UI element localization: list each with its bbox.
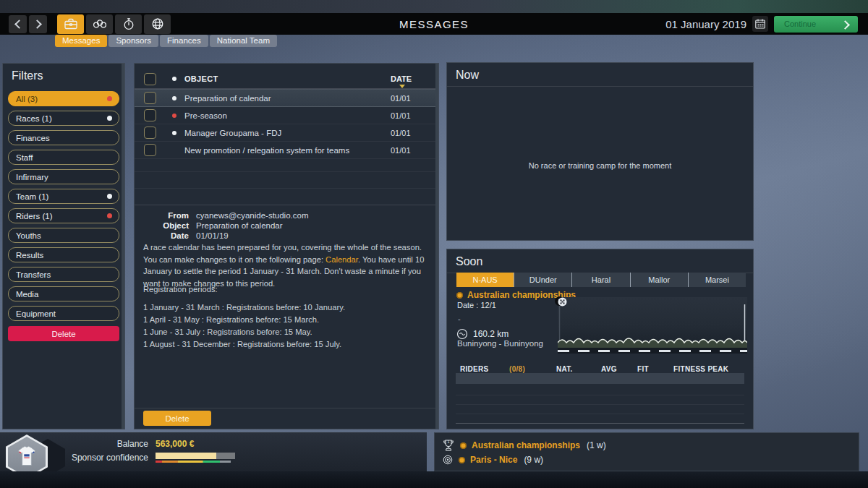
filter-button-finances[interactable]: Finances (8, 130, 119, 145)
unread-dot-icon (107, 96, 112, 101)
race-finish-marker-icon (558, 297, 567, 307)
filter-button-riders[interactable]: Riders (1) (8, 208, 119, 223)
calendar-link[interactable]: Calendar (326, 255, 358, 264)
delete-label: Delete (51, 330, 75, 338)
row-checkbox[interactable] (144, 144, 156, 156)
world-section-button[interactable] (144, 14, 171, 34)
separator (135, 171, 435, 172)
filter-button-all[interactable]: All (3) (8, 91, 119, 106)
tab-national-team[interactable]: National Team (210, 35, 277, 47)
filter-button-youths[interactable]: Youths (8, 228, 119, 243)
tab-label: Finances (167, 36, 201, 45)
filter-button-results[interactable]: Results (8, 247, 119, 262)
training-section-button[interactable] (115, 14, 142, 34)
registration-period: 1 August - 31 December : Registrations b… (143, 340, 341, 348)
separator (135, 205, 435, 205)
registration-period: 1 June - 31 July : Registrations before:… (143, 328, 312, 336)
filter-label: All (3) (9, 95, 107, 103)
from-value: cyanews@cyanide-studio.com (196, 210, 309, 221)
sponsor-confidence-row: Sponsor confidence (0, 453, 427, 463)
row-checkbox[interactable] (144, 109, 156, 121)
tab-messages[interactable]: Messages (55, 35, 107, 47)
message-date: 01/01 (391, 111, 435, 120)
back-button[interactable] (9, 15, 27, 33)
upcoming-races-panel: 1 Australian championships (1 w) Paris -… (434, 432, 859, 471)
message-row[interactable]: New promotion / relegation system for te… (135, 142, 435, 159)
message-list-header: OBJECT DATE (135, 69, 435, 89)
filter-label: Races (1) (9, 114, 107, 123)
message-subject: Preparation of calendar (182, 94, 391, 103)
filters-delete-button[interactable]: Delete (8, 326, 119, 341)
globe-icon (151, 17, 164, 30)
riders-icon (92, 18, 108, 30)
soon-tab-mallor[interactable]: Mallor (630, 273, 688, 287)
soon-title: Soon (447, 249, 753, 273)
riders-column-header: RIDERS (460, 365, 489, 373)
row-checkbox[interactable] (144, 92, 156, 104)
message-list: OBJECT DATE Preparation of calendar 01/0… (135, 69, 435, 159)
current-date: 01 January 2019 (665, 18, 746, 30)
tab-finances[interactable]: Finances (160, 35, 208, 47)
calendar-button[interactable] (752, 16, 768, 32)
top-bar: MESSAGES 01 January 2019 Continue (0, 13, 868, 35)
column-object[interactable]: OBJECT (182, 74, 391, 83)
registration-period: 1 April - 31 May : Registrations before:… (143, 315, 319, 324)
filter-button-equipment[interactable]: Equipment (8, 306, 119, 321)
column-date-label: DATE (391, 74, 412, 83)
filter-button-team[interactable]: Team (1) (8, 189, 119, 204)
unread-dot-icon (172, 114, 176, 118)
message-date: 01/01 (391, 146, 435, 155)
medal-icon (460, 442, 467, 449)
filter-button-races[interactable]: Races (1) (8, 111, 119, 126)
nat-column-header: NAT. (556, 365, 573, 373)
medal-icon (456, 292, 463, 299)
dot-column (166, 114, 182, 118)
upcoming-race-weeks: (1 w) (587, 440, 606, 450)
message-row[interactable]: Preparation of calendar 01/01 (135, 89, 435, 107)
soon-tab-n-aus[interactable]: N-AUS (456, 273, 514, 287)
object-label: Object (135, 221, 189, 231)
sponsor-confidence-label: Sponsor confidence (0, 453, 148, 463)
message-date: 01/01 (391, 129, 435, 137)
filter-button-staff[interactable]: Staff (8, 150, 119, 165)
message-row[interactable]: Pre-season 01/01 (135, 107, 435, 124)
filter-button-transfers[interactable]: Transfers (8, 267, 119, 282)
upcoming-race-row[interactable]: Paris - Nice (9 w) (442, 453, 851, 467)
empty-rider-row[interactable] (456, 373, 744, 384)
filter-label: Staff (9, 153, 119, 162)
medal-icon (459, 457, 465, 463)
separator (456, 395, 744, 395)
filter-button-infirmary[interactable]: Infirmary (8, 169, 119, 184)
select-all-checkbox[interactable] (144, 73, 156, 85)
flat-profile-icon (456, 328, 468, 340)
messages-section-button[interactable] (57, 14, 84, 34)
balance-label: Balance (0, 439, 148, 449)
date-label: Date (135, 231, 189, 241)
row-checkbox[interactable] (144, 127, 156, 139)
filter-label: Youths (9, 231, 119, 240)
race-route: Buninyong - Buninyong (457, 339, 543, 348)
team-section-button[interactable] (86, 14, 113, 34)
upcoming-race-row[interactable]: 1 Australian championships (1 w) (442, 438, 851, 453)
tab-label: Haral (592, 275, 610, 284)
continue-button[interactable]: Continue (774, 16, 858, 33)
separator (135, 188, 435, 189)
message-subject: Pre-season (182, 111, 391, 120)
soon-tab-dunder[interactable]: DUnder (514, 273, 571, 287)
separator (135, 408, 435, 408)
forward-button[interactable] (29, 15, 47, 33)
soon-tab-marsei[interactable]: Marsei (688, 273, 746, 287)
separator (456, 404, 744, 405)
fitness-peak-column-header: FITNESS PEAK (673, 365, 728, 373)
filter-button-media[interactable]: Media (8, 286, 119, 301)
tab-sponsors[interactable]: Sponsors (109, 35, 158, 47)
column-date[interactable]: DATE (391, 74, 435, 83)
message-delete-button[interactable]: Delete (143, 411, 211, 426)
soon-tab-haral[interactable]: Haral (571, 273, 629, 287)
filter-label: Equipment (9, 309, 119, 318)
race-distance: 160.2 km (473, 329, 509, 339)
filter-label: Riders (1) (9, 212, 107, 221)
race-dash: - (458, 314, 461, 323)
unread-dot-icon (107, 194, 112, 199)
message-row[interactable]: Manager Groupama - FDJ 01/01 (135, 124, 435, 142)
